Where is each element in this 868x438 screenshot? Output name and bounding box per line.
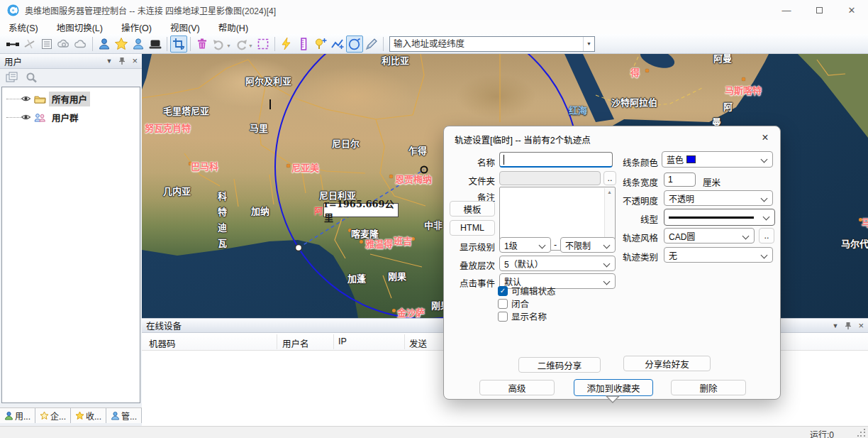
column-send[interactable]: 发送: [409, 336, 427, 350]
dialog-expand-icon[interactable]: [605, 395, 621, 404]
window-title: 奥维地图服务器管理控制台 -- 未连接 四维地球卫星影像图(2024)[4]: [25, 4, 276, 16]
undo-dropdown-icon[interactable]: ▼: [226, 43, 231, 48]
name-input[interactable]: [499, 152, 613, 168]
tab-favorites[interactable]: 收...: [71, 408, 106, 423]
line-type-combo[interactable]: [664, 209, 775, 226]
checkbox-checked-icon[interactable]: ✓: [498, 286, 508, 296]
select-rect-icon[interactable]: [255, 35, 272, 53]
qr-share-button[interactable]: 二维码分享: [518, 357, 601, 373]
close-button[interactable]: ✕: [835, 0, 868, 20]
editable-state-row[interactable]: ✓ 可编辑状态: [498, 284, 556, 297]
tree-item-user-groups[interactable]: 用户群: [2, 110, 140, 124]
level-from-combo[interactable]: 1级: [499, 237, 551, 253]
html-button[interactable]: HTML: [450, 220, 495, 236]
search-icon[interactable]: [26, 72, 38, 83]
folder-input[interactable]: [499, 171, 601, 185]
user2-icon[interactable]: [130, 35, 147, 53]
advanced-button[interactable]: 高级: [479, 380, 555, 395]
checkbox-unchecked-icon[interactable]: [498, 299, 508, 309]
country-label: 沙特阿拉伯: [611, 95, 657, 109]
add-placemark-icon[interactable]: [312, 35, 329, 53]
menu-view[interactable]: 视图(V): [170, 21, 200, 34]
closed-row[interactable]: 闭合: [498, 297, 529, 310]
delete-button[interactable]: 删除: [671, 380, 746, 395]
city-dot: [742, 77, 745, 81]
address-dropdown-icon[interactable]: ▼: [583, 37, 594, 51]
tab-enterprise[interactable]: 企...: [35, 408, 71, 423]
visibility-eye-icon[interactable]: [21, 94, 31, 103]
draw-freehand-icon[interactable]: [363, 35, 380, 53]
track-settings-dialog: 轨迹设置[临时] -- 当前有2个轨迹点 × 名称 文件夹 .. 备注 ▲▼ 模…: [443, 126, 781, 400]
favorite-star-icon[interactable]: [113, 35, 130, 53]
country vert-label: 科特迪瓦: [215, 192, 228, 254]
title-bar: 奥维地图服务器管理控制台 -- 未连接 四维地球卫星影像图(2024)[4] —…: [0, 0, 868, 20]
resize-grip[interactable]: [857, 429, 866, 437]
dialog-close-icon[interactable]: ×: [757, 130, 773, 146]
connect-icon[interactable]: [4, 35, 21, 53]
scroll-up-icon[interactable]: ▲: [607, 190, 612, 195]
pin-icon[interactable]: [845, 322, 852, 330]
line-color-combo[interactable]: 蓝色: [662, 151, 773, 168]
country-label: 几内亚: [163, 184, 191, 197]
track-category-combo[interactable]: 无: [664, 247, 773, 263]
tab-users[interactable]: 用...: [0, 408, 35, 423]
redo-dropdown-icon[interactable]: ▼: [248, 43, 253, 48]
column-username[interactable]: 用户名: [282, 336, 309, 350]
track-style-browse-button[interactable]: ..: [759, 228, 774, 243]
opacity-combo[interactable]: 不透明: [664, 190, 773, 206]
checkbox-label: 闭合: [511, 297, 529, 310]
menu-operate[interactable]: 操作(O): [121, 21, 152, 34]
device-icon[interactable]: [147, 35, 164, 53]
add-favorite-button[interactable]: 添加到收藏夹: [574, 379, 653, 396]
panel-close-icon[interactable]: ×: [132, 58, 138, 65]
share-friend-button[interactable]: 分享给好友: [623, 356, 711, 371]
checkbox-label: 可编辑状态: [511, 284, 556, 297]
maximize-button[interactable]: [803, 0, 835, 20]
trash-icon[interactable]: [194, 35, 211, 53]
zorder-combo[interactable]: 5（默认）: [499, 256, 616, 271]
panel-menu-icon[interactable]: ▼: [832, 322, 838, 329]
user-panel-title: 用户: [4, 55, 106, 68]
line-width-input[interactable]: [664, 173, 696, 187]
tree-item-all-users[interactable]: 所有用户: [2, 92, 140, 106]
lightning-icon[interactable]: [278, 35, 295, 53]
panel-close-icon[interactable]: ×: [858, 322, 864, 329]
column-machine-code[interactable]: 机器码: [149, 336, 176, 350]
address-combobox: ▼: [389, 36, 595, 52]
track-style-combo[interactable]: CAD圆: [664, 228, 755, 243]
checkbox-label: 显示名称: [511, 310, 547, 323]
city-label: 班吉: [394, 234, 412, 247]
cloud-icon[interactable]: [72, 35, 89, 53]
panel-menu-icon[interactable]: ▼: [106, 58, 112, 65]
ruler-icon[interactable]: [295, 35, 312, 53]
track-style-label: 轨迹风格: [621, 231, 658, 244]
city-label: 雅温得: [365, 236, 393, 250]
redo-icon[interactable]: [233, 35, 250, 53]
tab-label: 收...: [86, 410, 101, 422]
column-ip[interactable]: IP: [338, 336, 347, 346]
folder-browse-button[interactable]: ..: [603, 171, 616, 185]
menu-help[interactable]: 帮助(H): [218, 21, 248, 34]
country-label: 利比亚: [382, 54, 409, 67]
user-icon[interactable]: [96, 35, 113, 53]
cloud-sync-icon[interactable]: [55, 35, 72, 53]
draw-circle-icon[interactable]: [346, 35, 363, 53]
menu-map-switch[interactable]: 地图切换(L): [57, 21, 103, 34]
show-name-row[interactable]: 显示名称: [498, 310, 547, 323]
disconnect-icon[interactable]: [21, 35, 38, 53]
crop-region-icon[interactable]: [170, 35, 187, 53]
add-track-icon[interactable]: [329, 35, 346, 53]
tab-admin[interactable]: 管...: [106, 408, 142, 423]
menu-bar: 系统(S) 地图切换(L) 操作(O) 视图(V) 帮助(H): [0, 20, 868, 34]
form-list-icon[interactable]: [38, 35, 55, 53]
pin-icon[interactable]: [118, 57, 126, 65]
undo-icon[interactable]: [211, 35, 228, 53]
minimize-button[interactable]: —: [770, 0, 803, 20]
batch-icon[interactable]: [6, 72, 18, 83]
template-button[interactable]: 模板: [450, 201, 495, 217]
menu-system[interactable]: 系统(S): [9, 21, 38, 34]
checkbox-unchecked-icon[interactable]: [498, 312, 508, 322]
address-input[interactable]: [390, 38, 583, 50]
visibility-eye-icon[interactable]: [21, 113, 31, 121]
level-to-combo[interactable]: 不限制: [560, 237, 616, 253]
